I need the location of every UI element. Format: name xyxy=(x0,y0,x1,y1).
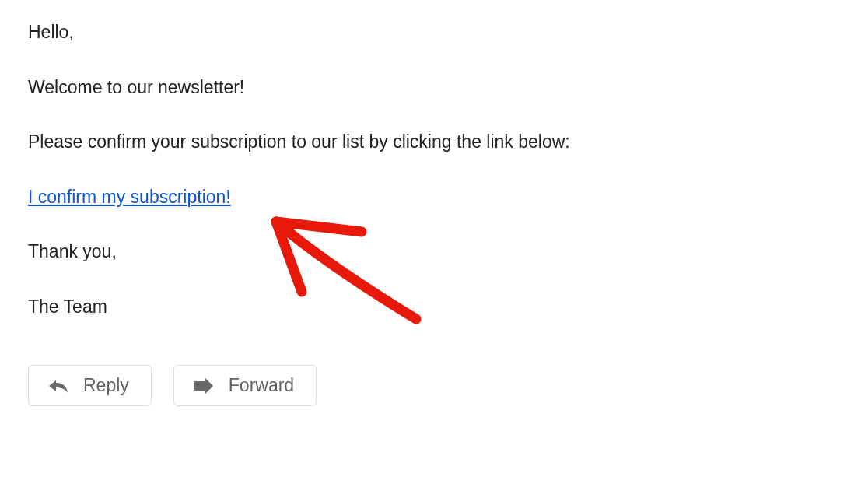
confirm-subscription-link[interactable]: I confirm my subscription! xyxy=(28,187,231,207)
reply-button[interactable]: Reply xyxy=(28,365,152,406)
instruction-text: Please confirm your subscription to our … xyxy=(28,128,840,156)
email-actions: Reply Forward xyxy=(28,365,840,406)
thanks-text: Thank you, xyxy=(28,238,840,265)
greeting-text: Hello, xyxy=(28,19,840,46)
reply-label: Reply xyxy=(83,375,129,396)
forward-label: Forward xyxy=(229,375,294,396)
welcome-text: Welcome to our newsletter! xyxy=(28,74,840,101)
email-body: Hello, Welcome to our newsletter! Please… xyxy=(28,19,840,320)
forward-button[interactable]: Forward xyxy=(173,365,317,406)
signature-text: The Team xyxy=(28,293,840,321)
reply-icon xyxy=(47,377,69,394)
forward-icon xyxy=(193,377,215,394)
